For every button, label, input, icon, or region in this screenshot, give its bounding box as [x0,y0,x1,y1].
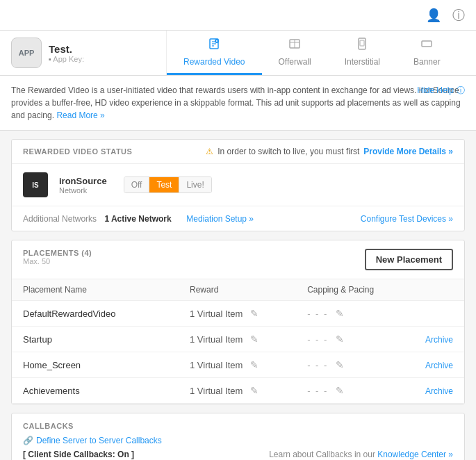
placement-name-cell: Startup [12,327,179,352]
status-card: REWARDED VIDEO STATUS ⚠ In order to swit… [11,139,465,231]
additional-networks-row: Additional Networks 1 Active Network Med… [12,206,464,231]
table-row: Home_Screen 1 Virtual Item ✎ - - - ✎ Arc… [12,352,464,378]
callbacks-footer: [ Client Side Callbacks: On ] Learn abou… [23,450,453,459]
help-icon[interactable]: ⓘ [452,7,465,24]
top-bar: 👤 ⓘ [0,0,476,31]
archive-cell: Archive [414,378,464,404]
configure-test-devices-link[interactable]: Configure Test Devices » [361,214,453,224]
tab-rewarded-video-label: Rewarded Video [183,57,245,67]
edit-capping-icon[interactable]: ✎ [336,385,344,396]
toggle-off-btn[interactable]: Off [124,177,150,192]
svg-rect-11 [422,41,432,47]
edit-reward-icon[interactable]: ✎ [250,308,258,319]
archive-link[interactable]: Archive [425,335,453,345]
toggle-live-btn[interactable]: Live! [179,177,211,192]
edit-capping-icon[interactable]: ✎ [336,359,344,370]
placements-title-group: PLACEMENTS (4) Max. 50 [23,249,92,265]
banner-icon [420,37,434,54]
callbacks-footer-right: Learn about Callbacks in our Knowledge C… [269,450,453,459]
status-title: REWARDED VIDEO STATUS [23,147,132,156]
hide-help-link[interactable]: Hide Help ⓘ [417,84,465,97]
placements-title: PLACEMENTS (4) [23,249,92,257]
info-circle-icon: ⚠ [206,147,213,156]
app-key: ▪ App Key: [49,55,84,63]
edit-capping-icon[interactable]: ✎ [336,334,344,345]
toggle-test-btn[interactable]: Test [149,177,179,192]
table-row: Achievements 1 Virtual Item ✎ - - - ✎ Ar… [12,378,464,404]
provide-details-link[interactable]: Provide More Details » [363,147,453,156]
reward-value: 1 Virtual Item [190,360,243,370]
toggle-group: Off Test Live! [124,176,212,193]
status-notice-text: In order to switch to live, you must fir… [218,147,359,156]
placement-name: Achievements [23,386,80,396]
rewarded-video-icon [207,37,221,54]
capping-value: - - - [307,309,328,319]
reward-cell: 1 Virtual Item ✎ [179,327,296,352]
app-logo-text: APP [19,49,35,57]
archive-cell [414,301,464,327]
col-reward: Reward [179,279,296,301]
knowledge-center-link[interactable]: Knowledge Center » [377,450,453,459]
network-label: Network [59,186,107,195]
app-name: Test. [49,43,84,55]
define-callbacks-link[interactable]: 🔗 Define Server to Server Callbacks [23,436,453,445]
network-info: ironSource Network [59,176,107,195]
placements-subtitle: Max. 50 [23,257,92,265]
callbacks-title: CALLBACKS [23,422,453,430]
placements-header: PLACEMENTS (4) Max. 50 New Placement [12,240,464,279]
network-logo: IS [23,172,48,197]
main-content: REWARDED VIDEO STATUS ⚠ In order to swit… [0,131,476,460]
archive-cell: Archive [414,327,464,352]
placement-name: DefaultRewardedVideo [23,309,115,319]
mediation-setup-link[interactable]: Mediation Setup » [186,214,254,224]
reward-value: 1 Virtual Item [190,334,243,345]
callbacks-info: [ Client Side Callbacks: On ] [23,450,134,459]
additional-count: 1 Active Network [104,214,174,224]
help-circle-icon: ⓘ [457,84,465,97]
svg-rect-10 [360,40,364,46]
table-row: DefaultRewardedVideo 1 Virtual Item ✎ - … [12,301,464,327]
edit-reward-icon[interactable]: ✎ [250,359,258,370]
archive-link[interactable]: Archive [425,361,453,370]
reward-cell: 1 Virtual Item ✎ [179,378,296,404]
capping-value: - - - [307,386,328,396]
capping-cell: - - - ✎ [296,327,414,352]
tab-rewarded-video[interactable]: Rewarded Video [167,31,262,75]
app-logo: APP [11,38,42,68]
tab-interstitial[interactable]: Interstitial [328,31,397,75]
col-capping: Capping & Pacing [296,279,414,301]
col-placement-name: Placement Name [12,279,179,301]
placements-table: Placement Name Reward Capping & Pacing D… [12,279,464,404]
placement-name-cell: Home_Screen [12,352,179,378]
app-header: APP Test. ▪ App Key: Rewarded Video Offe… [0,31,476,76]
callbacks-card: CALLBACKS 🔗 Define Server to Server Call… [11,413,465,460]
edit-reward-icon[interactable]: ✎ [250,334,258,345]
archive-cell: Archive [414,352,464,378]
reward-cell: 1 Virtual Item ✎ [179,352,296,378]
edit-capping-icon[interactable]: ✎ [336,308,344,319]
table-header: Placement Name Reward Capping & Pacing [12,279,464,301]
reward-value: 1 Virtual Item [190,386,243,396]
app-info: APP Test. ▪ App Key: [0,31,167,75]
additional-label: Additional Networks [23,214,99,224]
new-placement-button[interactable]: New Placement [365,249,453,270]
capping-cell: - - - ✎ [296,301,414,327]
tab-offerwall[interactable]: Offerwall [262,31,328,75]
offerwall-icon [288,37,302,54]
tab-banner[interactable]: Banner [397,31,457,75]
read-more-link[interactable]: Read More » [56,110,104,120]
capping-cell: - - - ✎ [296,352,414,378]
user-icon[interactable]: 👤 [426,8,441,23]
capping-cell: - - - ✎ [296,378,414,404]
reward-cell: 1 Virtual Item ✎ [179,301,296,327]
tabs-container: Rewarded Video Offerwall Interstitial Ba… [167,31,476,75]
status-header: REWARDED VIDEO STATUS ⚠ In order to swit… [12,140,464,164]
app-details: Test. ▪ App Key: [49,43,84,63]
tab-banner-label: Banner [413,57,441,67]
status-notice: ⚠ In order to switch to live, you must f… [206,147,453,156]
placement-name: Home_Screen [23,360,81,370]
placement-name-cell: DefaultRewardedVideo [12,301,179,327]
edit-reward-icon[interactable]: ✎ [250,385,258,396]
archive-link[interactable]: Archive [425,386,453,396]
network-row: IS ironSource Network Off Test Live! [12,164,464,206]
